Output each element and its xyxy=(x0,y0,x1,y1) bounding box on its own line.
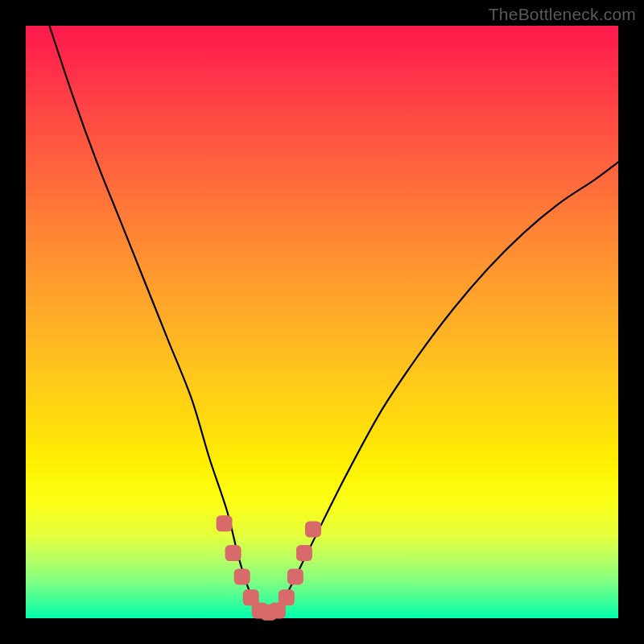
curve-marker xyxy=(305,522,321,538)
watermark-text: TheBottleneck.com xyxy=(489,5,636,24)
curve-marker xyxy=(234,568,250,584)
curve-marker xyxy=(279,589,295,605)
chart-frame: TheBottleneck.com xyxy=(0,0,644,644)
bottleneck-curve xyxy=(49,26,618,614)
curve-marker xyxy=(287,568,303,584)
curve-marker xyxy=(217,515,233,531)
plot-area xyxy=(26,26,618,618)
curve-marker xyxy=(296,545,312,561)
chart-svg xyxy=(26,26,618,618)
curve-marker xyxy=(225,545,242,561)
